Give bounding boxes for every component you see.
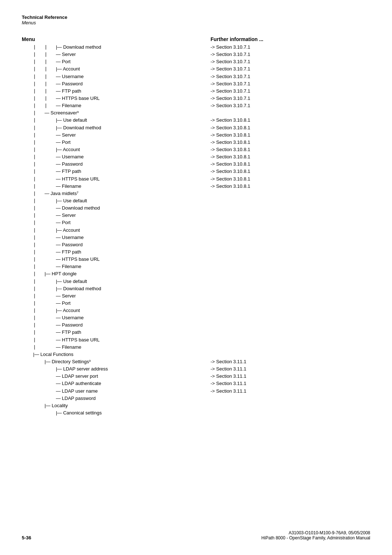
footer-doc-info: A31003-O1010-M100-9-76A9, 05/05/2008 HiP… <box>261 530 370 540</box>
info-row <box>211 227 370 234</box>
menu-item: | — HTTPS base URL <box>22 336 203 344</box>
info-row: -> Section 3.10.7.1 <box>211 65 370 73</box>
menu-item-label: — Port <box>56 219 70 226</box>
info-row <box>211 278 370 285</box>
info-row <box>211 307 370 314</box>
menu-indent: | <box>22 175 56 183</box>
menu-indent: | | <box>22 51 56 58</box>
menu-item: | |— Use default <box>22 197 203 204</box>
menu-item: | |— Account <box>22 146 203 153</box>
info-row <box>211 190 370 197</box>
menu-indent: | | <box>22 44 56 51</box>
menu-indent: | <box>22 212 56 219</box>
menu-indent <box>22 373 56 380</box>
info-column: Further information ... -> Section 3.10.… <box>203 36 370 417</box>
menu-item-label: — Username <box>56 153 84 161</box>
menu-item: | — Screensaver³ <box>22 109 203 117</box>
menu-indent: | <box>22 124 56 131</box>
info-row <box>211 285 370 292</box>
info-row: -> Section 3.10.8.1 <box>211 131 370 139</box>
menu-item-label: — Username <box>56 234 84 241</box>
menu-item: | | — Server <box>22 51 203 58</box>
menu-item: | — Username <box>22 153 203 161</box>
header-title: Technical Reference <box>22 15 370 20</box>
info-row <box>211 395 370 402</box>
menu-indent: | <box>22 307 56 314</box>
menu-indent: | <box>22 321 56 329</box>
info-row: -> Section 3.11.1 <box>211 380 370 387</box>
info-row: -> Section 3.10.7.1 <box>211 51 370 58</box>
menu-item: | — Java midlets⁷ <box>22 190 203 197</box>
menu-item: | |— Use default <box>22 117 203 124</box>
menu-indent <box>22 402 45 409</box>
info-row <box>211 256 370 263</box>
menu-item: — LDAP authenticate <box>22 380 203 387</box>
menu-indent: | <box>22 183 56 190</box>
menu-item: | — FTP path <box>22 329 203 336</box>
info-row <box>211 197 370 204</box>
menu-indent <box>22 358 45 365</box>
menu-item: | — Username <box>22 234 203 241</box>
menu-item: — LDAP password <box>22 395 203 402</box>
info-row <box>211 234 370 241</box>
menu-column: Menu | | |— Download method | | — Server… <box>22 36 203 417</box>
menu-item-label: — FTP path <box>56 88 81 95</box>
info-row <box>211 344 370 351</box>
info-row <box>211 300 370 307</box>
menu-item-label: — Filename <box>56 344 81 351</box>
menu-item-label: — Filename <box>56 102 81 109</box>
menu-item-label: — Port <box>56 58 70 65</box>
menu-indent: | <box>22 197 56 204</box>
info-row: -> Section 3.11.1 <box>211 373 370 380</box>
menu-item: |— Directory Settings³ <box>22 358 203 365</box>
menu-item: | |— Download method <box>22 285 203 292</box>
info-row: -> Section 3.10.7.1 <box>211 44 370 51</box>
footer-doc-title: HiPath 8000 - OpenStage Family, Administ… <box>261 535 370 540</box>
menu-item-label: — Password <box>56 161 83 168</box>
menu-item: | — HTTPS base URL <box>22 175 203 183</box>
menu-item: | — Server <box>22 131 203 139</box>
menu-item-label: — Server <box>56 51 76 58</box>
menu-indent: | | <box>22 95 56 102</box>
info-row <box>211 270 370 278</box>
menu-item: | | — FTP path <box>22 88 203 95</box>
menu-indent: | <box>22 168 56 175</box>
menu-indent <box>22 409 56 417</box>
menu-item: | |— Account <box>22 307 203 314</box>
info-row: -> Section 3.10.8.1 <box>211 146 370 153</box>
menu-item: | |— Use default <box>22 278 203 285</box>
menu-item-label: |— Local Functions <box>33 351 73 358</box>
menu-indent: | | <box>22 80 56 88</box>
menu-indent: | <box>22 204 56 212</box>
info-row <box>211 263 370 270</box>
menu-item-label: — HTTPS base URL <box>56 336 100 344</box>
info-row <box>211 329 370 336</box>
menu-indent: | <box>22 241 56 248</box>
menu-indent: | <box>22 336 56 344</box>
menu-item: |— Local Functions <box>22 351 203 358</box>
menu-indent: | <box>22 300 56 307</box>
menu-item-label: — Password <box>56 321 83 329</box>
menu-item-label: — FTP path <box>56 168 81 175</box>
menu-item: | — Server <box>22 292 203 300</box>
info-row <box>211 219 370 226</box>
menu-item-label: |— Use default <box>56 117 87 124</box>
menu-item: | — Password <box>22 241 203 248</box>
info-row: -> Section 3.10.8.1 <box>211 161 370 168</box>
menu-item: | — HTTPS base URL <box>22 256 203 263</box>
menu-item: | — FTP path <box>22 248 203 256</box>
menu-item: | |— Download method <box>22 124 203 131</box>
menu-item: |— LDAP server address <box>22 365 203 373</box>
menu-item-label: — Port <box>56 139 70 146</box>
menu-item-label: — LDAP authenticate <box>56 380 101 387</box>
menu-item: | | — HTTPS base URL <box>22 95 203 102</box>
info-row: -> Section 3.10.8.1 <box>211 168 370 175</box>
menu-indent: | <box>22 190 45 197</box>
info-row: -> Section 3.10.8.1 <box>211 175 370 183</box>
menu-indent: | | <box>22 73 56 80</box>
info-row <box>211 336 370 344</box>
menu-item-label: |— Download method <box>56 124 101 131</box>
menu-item-label: — Screensaver³ <box>45 109 79 117</box>
menu-item-label: — HTTPS base URL <box>56 95 100 102</box>
menu-indent: | <box>22 329 56 336</box>
